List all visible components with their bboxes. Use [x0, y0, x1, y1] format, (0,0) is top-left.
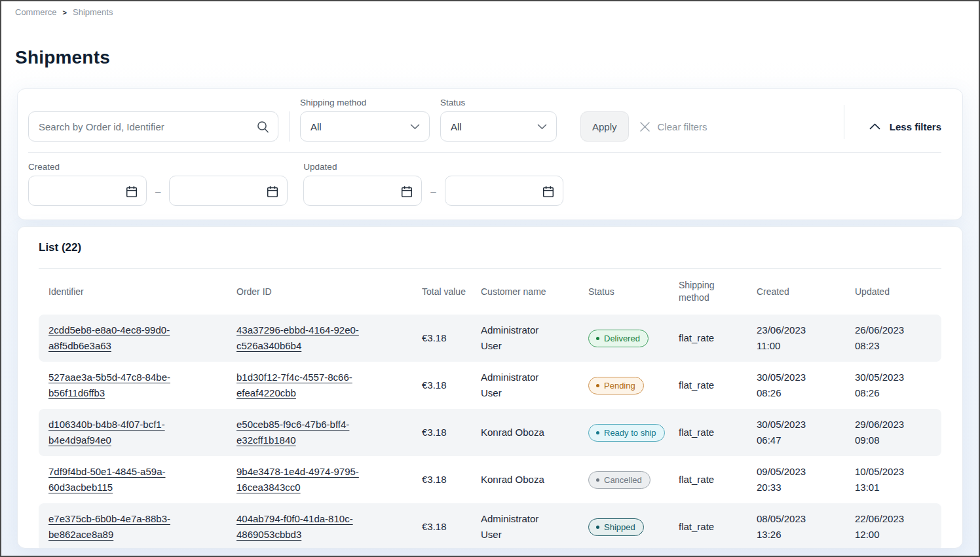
total-value: €3.18: [413, 464, 472, 495]
status-badge: Cancelled: [588, 471, 650, 489]
created-from-input[interactable]: [28, 176, 147, 206]
less-filters-label: Less filters: [890, 121, 941, 132]
updated-from-input[interactable]: [303, 176, 422, 206]
customer-name: Administrator User: [472, 315, 579, 362]
search-icon: [257, 121, 269, 133]
created-filter: Created –: [28, 162, 288, 206]
column-header-updated: Updated: [846, 286, 943, 298]
shipping-method: flat_rate: [669, 511, 747, 543]
order-id-link[interactable]: 404ab794-f0f0-41da-810c-4869053cbbd3: [236, 511, 377, 543]
table-row: d106340b-b4b8-4f07-bcf1-b4e4d9af94e0e50c…: [39, 409, 941, 456]
created-datetime: 23/06/202311:00: [747, 315, 846, 362]
created-datetime: 09/05/202320:33: [747, 456, 846, 503]
less-filters-toggle[interactable]: Less filters: [869, 111, 941, 142]
order-id-link[interactable]: e50ceb85-f9c6-47b6-bff4-e32cff1b1840: [236, 417, 377, 448]
total-value: €3.18: [413, 417, 472, 448]
total-value: €3.18: [413, 511, 472, 543]
updated-datetime: 10/05/202313:01: [846, 456, 943, 503]
status-select[interactable]: All: [440, 111, 557, 142]
status-badge: Delivered: [588, 330, 649, 347]
chevron-down-icon: [537, 124, 547, 130]
clear-filters-label: Clear filters: [658, 121, 707, 132]
divider: [844, 105, 844, 139]
shipping-method-value: All: [311, 121, 322, 132]
table-header: Identifier Order ID Total value Customer…: [39, 269, 941, 315]
shipping-method-label: Shipping method: [300, 98, 430, 107]
list-panel: List (22) Identifier Order ID Total valu…: [17, 226, 963, 548]
calendar-icon: [126, 185, 138, 198]
column-header-order-id: Order ID: [227, 286, 413, 298]
table-body: 2cdd5eb8-e8a0-4ec8-99d0-a8f5db6e3a6343a3…: [39, 315, 941, 548]
status-dot-icon: [596, 431, 599, 434]
status-dot-icon: [596, 478, 599, 482]
updated-datetime: 30/05/202308:26: [846, 362, 943, 409]
total-value: €3.18: [413, 322, 472, 354]
status-badge: Ready to ship: [588, 424, 665, 442]
updated-to-input[interactable]: [445, 176, 563, 206]
status-badge: Pending: [588, 377, 644, 394]
identifier-link[interactable]: 527aae3a-5b5d-47c8-84be-b56f11d6ffb3: [48, 370, 189, 401]
calendar-icon: [267, 185, 278, 198]
shipments-page: Commerce > Shipments Shipments Shipping …: [1, 1, 979, 556]
breadcrumb-item-shipments[interactable]: Shipments: [73, 7, 113, 17]
status-dot-icon: [596, 384, 599, 387]
customer-name: Konrad Oboza: [472, 417, 579, 448]
shipping-method-select[interactable]: All: [300, 111, 430, 142]
identifier-link[interactable]: 2cdd5eb8-e8a0-4ec8-99d0-a8f5db6e3a63: [48, 322, 189, 354]
divider: [289, 111, 290, 142]
status-dot-icon: [596, 526, 599, 529]
column-header-status: Status: [579, 286, 669, 298]
column-header-total-value: Total value: [413, 286, 472, 298]
divider: [28, 152, 941, 153]
breadcrumb: Commerce > Shipments: [1, 1, 979, 17]
status-dot-icon: [596, 337, 599, 340]
table-row: 527aae3a-5b5d-47c8-84be-b56f11d6ffb3b1d3…: [39, 362, 941, 409]
updated-label: Updated: [303, 162, 563, 172]
updated-datetime: 22/06/202312:00: [846, 503, 943, 548]
created-to-input[interactable]: [169, 176, 288, 206]
created-datetime: 30/05/202306:47: [747, 409, 846, 456]
identifier-link[interactable]: 7df9f4bd-50e1-4845-a59a-60d3acbeb115: [48, 464, 189, 495]
order-id-link[interactable]: 9b4e3478-1e4d-4974-9795-16cea3843cc0: [236, 464, 377, 495]
identifier-link[interactable]: d106340b-b4b8-4f07-bcf1-b4e4d9af94e0: [48, 417, 189, 448]
updated-datetime: 26/06/202308:23: [846, 315, 943, 362]
breadcrumb-item-commerce[interactable]: Commerce: [15, 7, 57, 17]
total-value: €3.18: [413, 370, 472, 401]
identifier-link[interactable]: e7e375cb-6b0b-4e7a-88b3-be862ace8a89: [48, 511, 189, 543]
calendar-icon: [401, 185, 413, 198]
order-id-link[interactable]: 43a37296-ebbd-4164-92e0-c526a340b6b4: [236, 322, 377, 354]
table-row: 2cdd5eb8-e8a0-4ec8-99d0-a8f5db6e3a6343a3…: [39, 315, 941, 362]
shipping-method-filter: Shipping method All: [300, 98, 430, 142]
status-value: All: [451, 121, 462, 132]
shipping-method: flat_rate: [669, 370, 747, 401]
column-header-created: Created: [747, 286, 846, 298]
created-datetime: 08/05/202313:26: [747, 503, 846, 548]
status-filter: Status All: [440, 98, 557, 142]
page-title: Shipments: [15, 47, 979, 68]
filters-panel: Shipping method All Status All Apply: [17, 88, 963, 220]
shipping-method: flat_rate: [669, 322, 747, 354]
breadcrumb-separator-icon: >: [63, 9, 67, 16]
shipping-method: flat_rate: [669, 464, 747, 495]
table-row: 7df9f4bd-50e1-4845-a59a-60d3acbeb1159b4e…: [39, 456, 941, 503]
shipping-method: flat_rate: [669, 417, 747, 448]
search-field: [28, 111, 278, 142]
customer-name: Administrator User: [472, 362, 579, 409]
created-label: Created: [28, 162, 288, 172]
chevron-down-icon: [410, 124, 420, 130]
status-label: Status: [440, 98, 557, 107]
created-datetime: 30/05/202308:26: [747, 362, 846, 409]
chevron-up-icon: [869, 123, 880, 130]
order-id-link[interactable]: b1d30f12-7f4c-4557-8c66-efeaf4220cbb: [236, 370, 377, 401]
range-separator: –: [430, 185, 436, 197]
clear-icon: [639, 121, 650, 132]
table-row: e7e375cb-6b0b-4e7a-88b3-be862ace8a89404a…: [39, 503, 941, 548]
updated-datetime: 29/06/202309:08: [846, 409, 943, 456]
apply-button[interactable]: Apply: [580, 111, 629, 142]
range-separator: –: [155, 185, 160, 197]
column-header-customer-name: Customer name: [472, 286, 579, 298]
customer-name: Administrator User: [472, 503, 579, 548]
calendar-icon: [542, 185, 554, 198]
search-input[interactable]: [28, 111, 278, 142]
clear-filters-button[interactable]: Clear filters: [639, 111, 707, 142]
